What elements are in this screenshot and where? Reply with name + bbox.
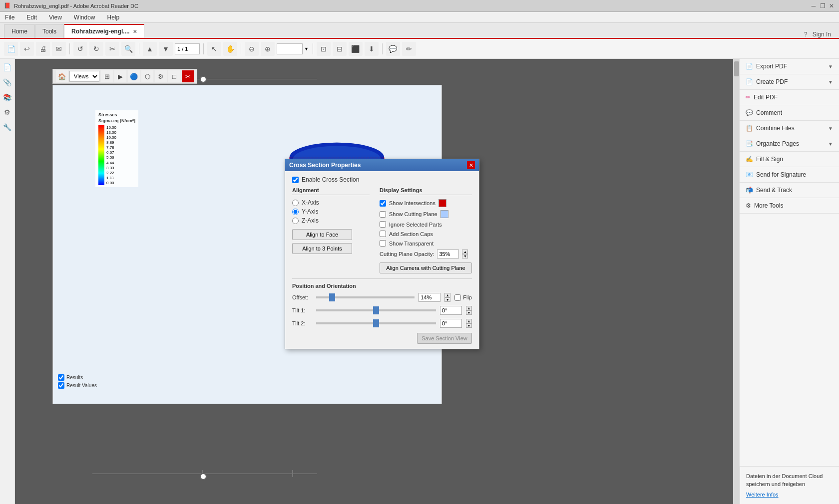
tab-document[interactable]: Rohrabzweig-engl.... ✕: [64, 24, 144, 38]
tab-tools[interactable]: Tools: [35, 24, 64, 38]
viewer-square-button[interactable]: □: [168, 70, 180, 82]
cutting-plane-color-box[interactable]: [440, 210, 448, 218]
viewer-settings-button[interactable]: ⚙: [155, 70, 167, 82]
page-handle-circle-bottom[interactable]: [200, 473, 207, 480]
close-button[interactable]: ✕: [828, 2, 835, 9]
open-button[interactable]: ↩: [20, 42, 34, 56]
right-panel-item-more[interactable]: ⚙ More Tools: [740, 198, 839, 214]
tilt2-slider[interactable]: [316, 322, 436, 324]
views-dropdown[interactable]: Views Front Back: [69, 71, 99, 82]
show-cutting-plane-checkbox[interactable]: [380, 211, 386, 218]
right-panel-item-sendsig[interactable]: 📧 Send for Signature: [740, 167, 839, 183]
offset-up-button[interactable]: ▲: [444, 293, 450, 297]
new-button[interactable]: 📄: [4, 42, 18, 56]
zoom-out-button[interactable]: ⊖: [245, 42, 259, 56]
xaxis-radio[interactable]: [292, 200, 299, 206]
align-face-button[interactable]: Align to Face: [292, 229, 352, 240]
sidebar-icon-attach[interactable]: 📎: [2, 77, 13, 88]
vertical-scrollbar[interactable]: [733, 59, 739, 504]
flip-checkbox[interactable]: [454, 294, 461, 301]
tilt2-up-button[interactable]: ▲: [466, 319, 472, 323]
select-tool-button[interactable]: ↖: [207, 42, 221, 56]
tilt1-slider[interactable]: [316, 309, 436, 311]
menu-file[interactable]: File: [3, 13, 16, 22]
minimize-button[interactable]: ─: [810, 2, 817, 9]
page-input[interactable]: [175, 43, 200, 54]
cloud-link[interactable]: Weitere Infos: [746, 492, 779, 498]
right-panel-item-fillsign[interactable]: ✍ Fill & Sign: [740, 152, 839, 167]
sidebar-icon-settings[interactable]: ⚙: [2, 107, 13, 118]
undo-button[interactable]: ↺: [73, 42, 87, 56]
ignore-selected-checkbox[interactable]: [380, 221, 386, 228]
tilt1-up-button[interactable]: ▲: [466, 306, 472, 310]
show-intersections-checkbox[interactable]: [380, 200, 386, 207]
zaxis-radio[interactable]: [292, 218, 299, 224]
tab-home[interactable]: Home: [4, 24, 35, 38]
viewer-play-button[interactable]: ▶: [114, 70, 126, 82]
right-panel-item-organize[interactable]: 📑 Organize Pages ▼: [740, 136, 839, 152]
sidebar-icon-layers[interactable]: 📚: [2, 92, 13, 103]
offset-slider[interactable]: [316, 296, 415, 298]
align-points-button[interactable]: Align to 3 Points: [292, 243, 352, 254]
show-transparent-checkbox[interactable]: [380, 240, 386, 247]
right-panel-item-export[interactable]: 📄 Export PDF ▼: [740, 59, 839, 74]
pen-button[interactable]: ✏: [402, 42, 416, 56]
print-button[interactable]: 🖨: [36, 42, 50, 56]
offset-input[interactable]: [419, 293, 440, 302]
maximize-button[interactable]: ❐: [819, 2, 826, 9]
tilt1-input[interactable]: [440, 306, 462, 315]
fit-page-button[interactable]: ⊡: [317, 42, 331, 56]
comment-button[interactable]: 💬: [386, 42, 400, 56]
results-checkbox[interactable]: [58, 374, 64, 381]
align-camera-button[interactable]: Align Camera with Cutting Plane: [380, 262, 472, 273]
zoom-in-button[interactable]: ⊕: [261, 42, 275, 56]
offset-down-button[interactable]: ▼: [444, 297, 450, 302]
sidebar-icon-new[interactable]: 📄: [2, 62, 13, 73]
signin-button[interactable]: Sign In: [813, 31, 831, 38]
opacity-up-button[interactable]: ▲: [462, 250, 468, 254]
right-panel-item-track[interactable]: 📬 Send & Track: [740, 183, 839, 198]
rotate-button[interactable]: ⬇: [365, 42, 379, 56]
cut-button[interactable]: ✂: [105, 42, 119, 56]
opacity-down-button[interactable]: ▼: [462, 254, 468, 258]
save-section-view-button[interactable]: Save Section View: [417, 333, 472, 344]
tilt2-input[interactable]: [440, 319, 462, 328]
menu-edit[interactable]: Edit: [24, 13, 39, 22]
help-button[interactable]: ?: [804, 31, 808, 38]
right-panel-item-combine[interactable]: 📋 Combine Files ▼: [740, 121, 839, 136]
yaxis-radio[interactable]: [292, 209, 299, 215]
viewer-section-button[interactable]: ✂: [182, 70, 194, 82]
menu-view[interactable]: View: [47, 13, 64, 22]
full-screen-button[interactable]: ⬛: [349, 42, 363, 56]
right-panel-item-create[interactable]: 📄 Create PDF ▼: [740, 74, 839, 90]
zoom-dropdown-arrow[interactable]: ▼: [304, 46, 309, 52]
menu-window[interactable]: Window: [72, 13, 97, 22]
hand-tool-button[interactable]: ✋: [223, 42, 237, 56]
window-controls[interactable]: ─ ❐ ✕: [810, 2, 835, 9]
viewer-home-button[interactable]: 🏠: [56, 70, 68, 82]
tilt1-down-button[interactable]: ▼: [466, 310, 472, 315]
next-page-button[interactable]: ▼: [159, 42, 173, 56]
add-section-caps-checkbox[interactable]: [380, 231, 386, 237]
viewer-grid-button[interactable]: ⊞: [101, 70, 113, 82]
tab-close-icon[interactable]: ✕: [133, 29, 137, 34]
prev-page-button[interactable]: ▲: [143, 42, 157, 56]
right-panel-item-edit[interactable]: ✏ Edit PDF: [740, 90, 839, 105]
find-button[interactable]: 🔍: [121, 42, 135, 56]
enable-cross-section-checkbox[interactable]: [292, 177, 299, 183]
zoom-input[interactable]: 68,6%: [277, 43, 303, 54]
email-button[interactable]: ✉: [52, 42, 66, 56]
dialog-close-button[interactable]: ✕: [467, 161, 475, 169]
intersections-color-box[interactable]: [438, 199, 446, 207]
tilt2-down-button[interactable]: ▼: [466, 323, 472, 328]
fit-width-button[interactable]: ⊟: [333, 42, 347, 56]
redo-button[interactable]: ↻: [89, 42, 103, 56]
viewer-cube-button[interactable]: ⬡: [141, 70, 153, 82]
scrollbar-thumb[interactable]: [734, 61, 739, 76]
result-values-checkbox[interactable]: [58, 382, 64, 389]
viewer-rotate-button[interactable]: 🔵: [128, 70, 140, 82]
menu-help[interactable]: Help: [105, 13, 122, 22]
sidebar-icon-tools[interactable]: 🔧: [2, 122, 13, 133]
opacity-input[interactable]: [437, 250, 459, 258]
right-panel-item-comment[interactable]: 💬 Comment: [740, 105, 839, 121]
